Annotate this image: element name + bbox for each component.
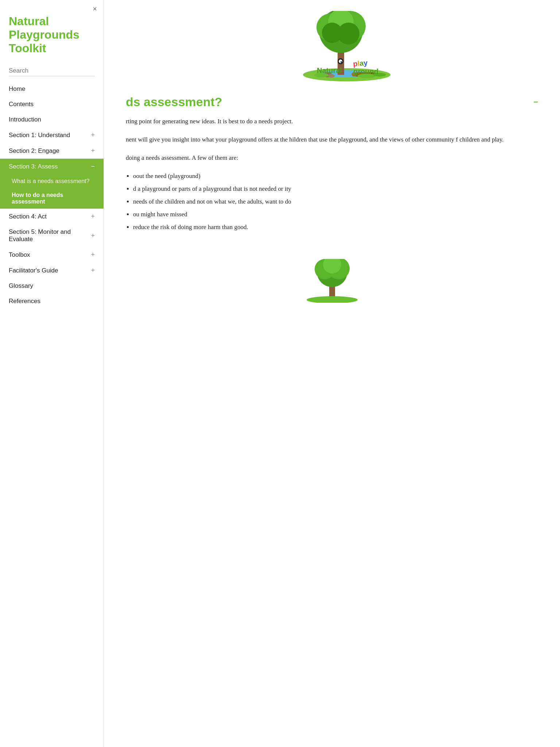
logo-image: Natural play ground [274,11,390,84]
section4-label: Section 4: Act [9,213,47,220]
collapse-icon[interactable]: − [533,98,538,106]
nav-item-home: Home [0,81,104,97]
hero-image-area: Natural play ground [104,0,560,91]
sidebar-item-introduction[interactable]: Introduction [0,112,104,127]
references-label: References [9,298,40,305]
nav-item-contents: Contents [0,97,104,112]
svg-text:Natural: Natural [317,66,342,74]
close-button[interactable]: × [93,5,97,12]
list-item: needs of the children and not on what we… [133,197,538,207]
svg-text:play: play [353,59,368,68]
svg-point-14 [338,23,359,44]
svg-point-16 [339,59,342,63]
sidebar: × Natural Playgrounds Toolkit Home Conte… [0,0,104,747]
home-label: Home [9,85,25,93]
svg-text:ground: ground [353,67,378,76]
nav-list: Home Contents Introduction Section 1: Un… [0,81,104,309]
facilitators-label: Facilitator's Guide [9,267,58,274]
toolbox-expand-icon: + [91,251,95,259]
how-needs-label: How to do a needs assessment [12,192,63,205]
contents-label: Contents [9,101,34,108]
section5-expand-icon: + [91,232,95,240]
sidebar-item-how-needs[interactable]: How to do a needs assessment [0,188,104,209]
sidebar-item-section2[interactable]: Section 2: Engage + [0,143,104,159]
content-paragraph-3: doing a needs assessment. A few of them … [126,153,538,163]
nav-item-section2: Section 2: Engage + [0,143,104,159]
sidebar-item-section3[interactable]: Section 3: Assess − [0,159,104,174]
nav-item-toolbox: Toolbox + [0,247,104,263]
section3-label: Section 3: Assess [9,163,58,170]
sidebar-item-contents[interactable]: Contents [0,97,104,112]
search-input[interactable] [9,66,95,76]
section3-sub-list: What is a needs assessment? How to do a … [0,174,104,209]
nav-item-facilitators: Facilitator's Guide + [0,263,104,278]
sidebar-item-section5[interactable]: Section 5: Monitor and Evaluate + [0,224,104,247]
glossary-label: Glossary [9,282,33,290]
list-item: ou might have missed [133,209,538,220]
facilitators-expand-icon: + [91,267,95,274]
sidebar-item-references[interactable]: References [0,294,104,309]
toolbox-label: Toolbox [9,251,30,259]
nav-item-section5: Section 5: Monitor and Evaluate + [0,224,104,247]
nav-item-section3: Section 3: Assess − What is a needs asse… [0,159,104,209]
svg-point-4 [328,74,335,78]
section1-label: Section 1: Understand [9,132,70,139]
section-heading: ds assessment? − [126,95,538,109]
content-paragraph-1: rting point for generating new ideas. It… [126,116,538,127]
section2-expand-icon: + [91,147,95,155]
sidebar-item-section1[interactable]: Section 1: Understand + [0,127,104,143]
content-list: oout the need (playground) d a playgroun… [133,171,538,232]
search-area [0,62,104,81]
what-needs-label: What is a needs assessment? [12,178,89,184]
section4-expand-icon: + [91,213,95,220]
section-heading-text: ds assessment? [126,95,222,109]
main-content: Natural play ground ds assessment? − rti… [104,0,560,747]
sidebar-item-home[interactable]: Home [0,81,104,97]
section3-expand-icon: − [91,163,95,170]
nav-item-section1: Section 1: Understand + [0,127,104,143]
sidebar-item-toolbox[interactable]: Toolbox + [0,247,104,263]
section5-label: Section 5: Monitor and Evaluate [9,228,91,243]
sidebar-item-what-needs[interactable]: What is a needs assessment? [0,174,104,188]
introduction-label: Introduction [9,116,41,123]
list-item: oout the need (playground) [133,171,538,182]
list-item: reduce the risk of doing more harm than … [133,222,538,233]
section1-expand-icon: + [91,131,95,139]
sidebar-item-section4[interactable]: Section 4: Act + [0,209,104,224]
svg-point-17 [341,61,342,63]
section2-label: Section 2: Engage [9,147,59,155]
content-paragraph-2: nent will give you insight into what you… [126,135,538,145]
app-title: Natural Playgrounds Toolkit [0,0,104,62]
sub-nav-item-how-needs: How to do a needs assessment [0,188,104,209]
content-body: ds assessment? − rting point for generat… [104,91,560,255]
sidebar-item-facilitators[interactable]: Facilitator's Guide + [0,263,104,278]
sub-nav-item-what-needs: What is a needs assessment? [0,174,104,188]
nav-item-glossary: Glossary [0,278,104,294]
list-item: d a playground or parts of a playground … [133,184,538,194]
sidebar-item-glossary[interactable]: Glossary [0,278,104,294]
nav-item-references: References [0,294,104,309]
bottom-image-area [104,255,560,306]
nav-item-section4: Section 4: Act + [0,209,104,224]
nav-item-introduction: Introduction [0,112,104,127]
